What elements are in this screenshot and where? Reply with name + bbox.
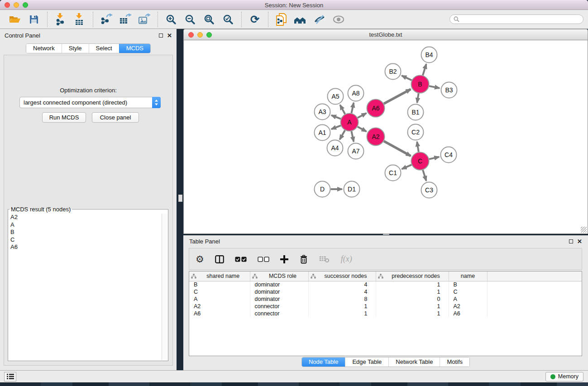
graph-node-B2[interactable]: B2 (385, 64, 401, 80)
close-panel-icon[interactable]: ✕ (167, 33, 172, 38)
table-row[interactable]: Bdominator41B (189, 281, 582, 288)
import-table-icon[interactable] (72, 12, 87, 27)
graph-edge-A-A7[interactable] (351, 131, 354, 142)
graph-edge-B-B2[interactable] (402, 76, 412, 80)
graph-node-B3[interactable]: B3 (441, 82, 457, 98)
graph-edge-B-B4[interactable] (423, 64, 426, 76)
deselect-all-checkboxes-icon[interactable] (258, 257, 269, 262)
delete-table-icon[interactable] (319, 256, 330, 263)
tab-network-table[interactable]: Network Table (388, 357, 440, 367)
tab-mcds[interactable]: MCDS (119, 44, 150, 53)
export-image-icon[interactable] (137, 12, 152, 27)
network-from-selection-icon[interactable] (274, 12, 289, 27)
table-settings-gear-icon[interactable]: ⚙ (196, 254, 204, 264)
graph-node-A4[interactable]: A4 (327, 140, 343, 156)
table-row[interactable]: Cdominator41C (189, 288, 582, 295)
zoom-in-icon[interactable] (163, 12, 179, 27)
result-item-C[interactable]: C (9, 236, 162, 244)
graph-node-B[interactable]: B (411, 76, 429, 93)
graph-node-C3[interactable]: C3 (421, 182, 437, 198)
graph-node-A2[interactable]: A2 (367, 128, 385, 146)
search-box[interactable] (449, 14, 583, 24)
graph-node-C4[interactable]: C4 (441, 147, 457, 163)
refresh-view-icon[interactable]: ⟳ (247, 12, 263, 27)
home-icon[interactable] (293, 12, 308, 27)
column-header-successor-nodes[interactable]: successor nodes (308, 272, 376, 281)
export-table-icon[interactable] (118, 12, 133, 27)
zoom-selected-icon[interactable] (220, 12, 236, 27)
column-header-predecessor-nodes[interactable]: predecessor nodes (376, 272, 449, 281)
memory-button[interactable]: Memory (545, 372, 583, 381)
graph-edge-A2-C[interactable] (384, 141, 411, 156)
graph-edge-C-C4[interactable] (429, 157, 439, 159)
graph-node-D1[interactable]: D1 (344, 181, 360, 197)
graph-edge-A-A5[interactable] (340, 105, 345, 114)
function-builder-icon[interactable]: f(x) (341, 254, 352, 264)
select-all-checkboxes-icon[interactable] (235, 257, 247, 262)
result-item-A6[interactable]: A6 (9, 243, 162, 251)
graph-node-A5[interactable]: A5 (328, 89, 344, 105)
close-table-panel-icon[interactable]: ✕ (577, 238, 582, 244)
add-column-icon[interactable] (280, 255, 288, 263)
tab-select[interactable]: Select (89, 44, 119, 53)
graph-node-A3[interactable]: A3 (315, 104, 330, 120)
bird-eye-view-icon[interactable] (331, 12, 346, 27)
window-titlebar[interactable]: Session: New Session (0, 0, 588, 10)
graph-edge-A-A4[interactable] (340, 130, 345, 139)
zoom-out-icon[interactable] (182, 12, 198, 27)
column-header-name[interactable]: name (449, 272, 487, 281)
tab-motifs[interactable]: Motifs (440, 357, 469, 367)
tab-node-table[interactable]: Node Table (302, 357, 345, 367)
result-item-A[interactable]: A (9, 221, 162, 229)
table-row[interactable]: A2connector11A2 (189, 303, 582, 310)
task-history-button[interactable] (4, 372, 16, 381)
float-table-panel-icon[interactable] (569, 239, 573, 243)
graph-edge-A-A3[interactable] (331, 115, 341, 119)
float-panel-icon[interactable] (159, 33, 163, 38)
tab-edge-table[interactable]: Edge Table (345, 357, 388, 367)
table-row[interactable]: A6connector11A6 (189, 310, 582, 317)
graph-node-C2[interactable]: C2 (408, 124, 424, 140)
column-header-MCDS-role[interactable]: MCDS role (250, 272, 308, 281)
tab-network[interactable]: Network (26, 44, 62, 53)
hide-graphics-details-icon[interactable] (312, 12, 327, 27)
open-session-icon[interactable] (7, 12, 23, 27)
result-list-scrollbar[interactable] (162, 214, 167, 360)
zoom-fit-icon[interactable] (201, 12, 217, 27)
result-item-A2[interactable]: A2 (9, 214, 162, 221)
tab-style[interactable]: Style (62, 44, 89, 53)
import-network-icon[interactable] (53, 12, 68, 27)
graph-edge-A6-B[interactable] (384, 89, 411, 104)
graph-edge-A-A2[interactable] (358, 127, 367, 132)
show-columns-icon[interactable] (215, 255, 224, 263)
graph-node-C1[interactable]: C1 (385, 165, 401, 181)
graph-node-A6[interactable]: A6 (367, 100, 385, 117)
network-canvas[interactable]: B4B2BB3A8A5A6A3B1AC2A1A2A4A7C4CC1DD1C3 (183, 40, 588, 234)
search-input[interactable] (462, 16, 579, 23)
run-mcds-button[interactable]: Run MCDS (42, 112, 86, 123)
graph-node-A1[interactable]: A1 (315, 125, 330, 141)
graph-edge-A-A6[interactable] (358, 113, 366, 118)
close-panel-button[interactable]: Close panel (92, 112, 139, 123)
export-network-icon[interactable] (99, 12, 114, 27)
graph-node-B4[interactable]: B4 (421, 47, 437, 63)
window-resize-grip[interactable] (581, 227, 587, 233)
graph-node-D[interactable]: D (315, 181, 330, 197)
table-row[interactable]: Adominator80A (189, 295, 582, 303)
graph-edge-B-B1[interactable] (417, 93, 418, 103)
criterion-select[interactable]: largest connected component (directed) (19, 97, 161, 108)
delete-column-icon[interactable] (299, 254, 308, 264)
graph-edge-A-A8[interactable] (351, 103, 354, 113)
network-window-titlebar[interactable]: testGlobe.txt (183, 29, 588, 40)
graph-edge-B-B3[interactable] (429, 86, 440, 88)
graph-node-B1[interactable]: B1 (408, 105, 424, 120)
graph-edge-A-A1[interactable] (331, 125, 341, 129)
graph-node-A[interactable]: A (341, 114, 359, 131)
column-header-shared-name[interactable]: shared name (189, 272, 250, 281)
graph-edge-C-C3[interactable] (423, 170, 426, 181)
vertical-split-handle[interactable] (178, 195, 182, 202)
save-session-icon[interactable] (26, 12, 42, 27)
graph-node-C[interactable]: C (411, 152, 429, 170)
graph-node-A7[interactable]: A7 (348, 143, 364, 159)
graph-node-A8[interactable]: A8 (348, 86, 364, 101)
